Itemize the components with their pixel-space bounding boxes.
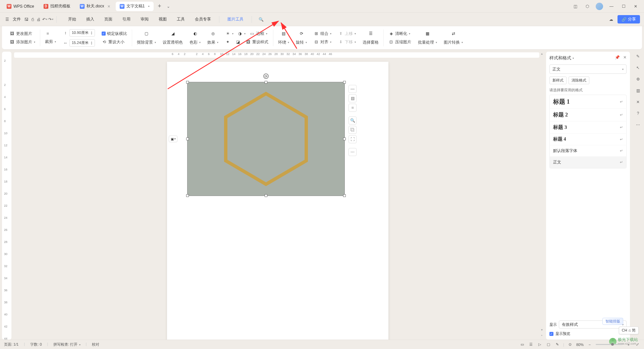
maximize-button[interactable]: ☐ (620, 3, 627, 10)
tab-picture-tools[interactable]: 图片工具 (223, 14, 248, 24)
status-page[interactable]: 页面: 1/1 (4, 342, 18, 347)
resize-handle-tr[interactable] (343, 81, 346, 84)
crop-icon-button[interactable]: ⌗ (44, 30, 57, 37)
wrap-button[interactable]: 环绕▾ (277, 39, 290, 46)
brightness-button[interactable]: ☀▾ ◑▾ ▭边框▾ (224, 30, 269, 37)
pin-icon[interactable]: 📌 (615, 55, 620, 60)
menu-icon[interactable]: ☰ (4, 16, 10, 22)
status-words[interactable]: 字数: 0 (30, 342, 42, 347)
fit-icon[interactable]: ⊙ (568, 342, 573, 347)
file-menu[interactable]: 文件 (13, 16, 21, 22)
resize-handle-br[interactable] (343, 194, 346, 197)
style-item[interactable]: 标题 3↵ (550, 121, 626, 134)
view-outline-icon[interactable]: ☰ (528, 342, 534, 347)
add-picture-button[interactable]: 🖼添加图片▾ (9, 39, 36, 46)
tab-doc1[interactable]: W 秋天.docx × (76, 2, 114, 11)
zoom-out-button[interactable]: − (587, 342, 592, 347)
change-picture-button[interactable]: 🖼更改图片 (9, 30, 36, 37)
search-icon[interactable]: 🔍 (258, 16, 264, 22)
fullwidth-button[interactable]: ⛶ (348, 135, 357, 143)
collapse-button[interactable]: — (348, 85, 357, 93)
redo-icon[interactable]: ↷▾ (48, 16, 54, 22)
rotate-handle[interactable]: ⟳ (263, 73, 269, 79)
selected-image[interactable]: ⟳ — ▤ ⌗ 🔍 (187, 82, 345, 196)
rotate-button[interactable]: 旋转▾ (295, 39, 308, 46)
close-button[interactable]: ✕ (632, 3, 639, 10)
more-icon[interactable]: ⋯ (635, 121, 641, 128)
transparent-icon[interactable]: ◢ (169, 30, 177, 38)
clarity-button[interactable]: ◈清晰化▾ (388, 30, 412, 37)
tab-review[interactable]: 审阅 (136, 14, 153, 24)
crop-button[interactable]: 裁剪▾ (44, 38, 57, 45)
tab-insert[interactable]: 插入 (82, 14, 99, 24)
copy-button[interactable]: ⿻ (348, 126, 357, 134)
selection-pane-icon[interactable]: ☰ (367, 30, 375, 38)
cube-icon[interactable]: ⬡ (584, 3, 591, 10)
style-item[interactable]: 标题 1↵ (550, 95, 626, 109)
resize-handle-ml[interactable] (186, 138, 189, 140)
view-web-icon[interactable]: ▷ (537, 342, 542, 347)
resize-handle-tm[interactable] (265, 81, 267, 84)
status-proof[interactable]: 校对 (92, 342, 99, 347)
print-icon[interactable]: ⎙ (30, 16, 36, 22)
status-spellcheck[interactable]: 拼写检查: 打开 ▾ (53, 342, 80, 347)
color-button[interactable]: 色彩▾ (189, 39, 201, 46)
layout-button[interactable]: ▤ (348, 94, 357, 102)
clear-format-button[interactable]: 清除格式 (569, 77, 589, 84)
add-tab-button[interactable]: + (155, 1, 164, 11)
current-style-select[interactable]: 正文▾ (549, 64, 627, 74)
tab-member[interactable]: 会员专享 (190, 14, 216, 24)
zoom-slider[interactable] (596, 344, 623, 345)
convert-button[interactable]: 图片转换▾ (443, 39, 464, 46)
undo-icon[interactable]: ↶▾ (42, 16, 48, 22)
close-panel-icon[interactable]: ✕ (623, 55, 627, 60)
effect-icon[interactable]: ◎ (209, 30, 217, 38)
save-icon[interactable]: 🖫 (23, 16, 30, 22)
group-button[interactable]: ⊞组合▾ (313, 30, 332, 37)
resize-handle-bl[interactable] (186, 194, 189, 197)
batch-icon[interactable]: ▦ (424, 30, 432, 38)
ime-indicator[interactable]: CH ♫ 简 (619, 327, 639, 334)
resize-handle-mr[interactable] (343, 138, 346, 140)
more-button[interactable]: ⋯ (348, 148, 357, 156)
window-multi-icon[interactable]: ◫ (572, 3, 579, 10)
tab-doc2-active[interactable]: W 文字文稿1 ● (116, 2, 154, 11)
resize-handle-tl[interactable] (186, 81, 189, 84)
tab-view[interactable]: 视图 (154, 14, 171, 24)
batch-button[interactable]: 批量处理▾ (417, 39, 438, 46)
wrap-icon[interactable]: ▤ (280, 30, 288, 38)
tab-reference[interactable]: 引用 (118, 14, 135, 24)
color-icon[interactable]: ◐ (191, 30, 199, 38)
layout-option-button[interactable]: ▣▾ (169, 136, 177, 142)
tab-tools[interactable]: 工具 (172, 14, 190, 24)
tab-menu-button[interactable]: ⌄ (164, 3, 173, 10)
new-style-button[interactable]: 新样式 (549, 77, 567, 84)
remove-bg-button[interactable]: 抠除背景▾ (136, 39, 157, 46)
compress-button[interactable]: ⊡压缩图片 (388, 39, 412, 46)
glow-icon[interactable]: ✦ (225, 39, 230, 45)
view-read-icon[interactable]: ▢ (546, 342, 551, 347)
horizontal-ruler[interactable]: 6422468101214161820222426283032343638404… (11, 52, 542, 58)
filter-icon[interactable]: ⚙ (635, 76, 641, 83)
view-page-icon[interactable]: ▭ (520, 342, 525, 347)
tab-page[interactable]: 页面 (100, 14, 117, 24)
width-input[interactable]: 15.24厘米▲▼ (69, 39, 95, 47)
avatar[interactable] (596, 3, 603, 10)
rotate-icon[interactable]: ⟳ (298, 30, 306, 38)
app-tab[interactable]: W WPS Office (3, 2, 38, 11)
scroll-down-icon[interactable]: ▾ (540, 328, 543, 332)
tab-start[interactable]: 开始 (63, 14, 81, 24)
smart-layout-button[interactable]: 智能排版 (602, 318, 623, 325)
style-item[interactable]: 标题 2↵ (550, 109, 626, 121)
zoom-value[interactable]: 80% (576, 343, 584, 347)
reset-style-button[interactable]: 重设样式 (252, 39, 268, 45)
format-brush-icon[interactable]: ✎ (635, 53, 641, 60)
scroll-up-icon[interactable]: ▴ (540, 52, 543, 55)
layers-icon[interactable]: ▥ (635, 87, 641, 94)
effect-button[interactable]: 效果▾ (207, 39, 219, 46)
select-icon[interactable]: ↖ (635, 64, 641, 71)
page[interactable]: ⟳ — ▤ ⌗ 🔍 (167, 62, 388, 340)
minimize-button[interactable]: — (608, 3, 615, 10)
cloud-icon[interactable]: ☁ (608, 16, 614, 22)
style-item[interactable]: 标题 4↵ (550, 134, 626, 145)
